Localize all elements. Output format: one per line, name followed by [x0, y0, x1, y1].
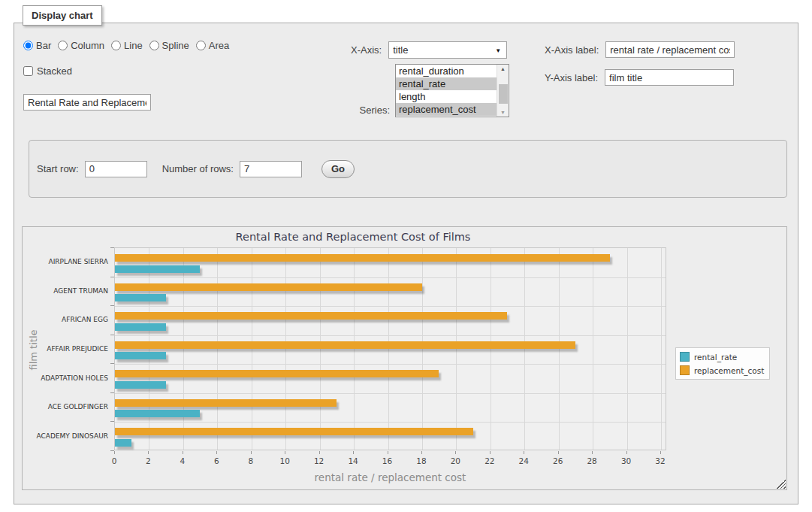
- start-row-label: Start row:: [37, 163, 79, 174]
- replacement_cost-bar[interactable]: [115, 399, 337, 407]
- chart-type-option-area[interactable]: Area: [196, 40, 229, 51]
- replacement_cost-bar[interactable]: [115, 370, 439, 377]
- chart-type-radio-label: Spline: [162, 40, 189, 51]
- x-tick-label: 18: [406, 456, 436, 465]
- replacement_cost-bar[interactable]: [115, 312, 507, 320]
- x-axis-select[interactable]: title ▼: [388, 41, 507, 59]
- x-tick-mark: [626, 451, 627, 454]
- x-tick-mark: [490, 451, 491, 454]
- gridline: [491, 248, 491, 450]
- y-tick-mark: [110, 450, 114, 451]
- gridline: [456, 248, 457, 450]
- x-tick-label: 30: [611, 456, 641, 465]
- go-button[interactable]: Go: [321, 160, 355, 178]
- rental_rate-bar[interactable]: [115, 294, 166, 301]
- y-tick-mark: [110, 305, 114, 306]
- gridline: [183, 248, 184, 450]
- rental_rate-bar[interactable]: [115, 381, 166, 389]
- y-category-label: ACADEMY DINOSAUR: [29, 432, 108, 440]
- replacement_cost-bar[interactable]: [115, 283, 422, 291]
- replacement_cost-bar[interactable]: [115, 428, 473, 435]
- x-tick-label: 10: [270, 456, 300, 465]
- stacked-label: Stacked: [37, 65, 72, 77]
- series-option-rental_duration[interactable]: rental_duration: [396, 65, 497, 77]
- x-tick-label: 0: [99, 456, 129, 465]
- legend-swatch-rental_rate: [680, 352, 690, 362]
- x-tick-label: 12: [304, 456, 334, 465]
- series-option-rental_rate[interactable]: rental_rate: [396, 77, 497, 90]
- gridline: [354, 248, 355, 450]
- gridline: [320, 248, 321, 450]
- chart-type-radio-column[interactable]: [58, 41, 68, 50]
- chart-type-radio-label: Area: [209, 40, 229, 51]
- scroll-up-icon[interactable]: ▲: [497, 66, 509, 71]
- y-axis-label-input[interactable]: [605, 69, 734, 86]
- rental_rate-bar[interactable]: [115, 352, 166, 359]
- y-category-label: ACE GOLDFINGER: [29, 403, 108, 411]
- gridline: [217, 248, 218, 450]
- gridline: [252, 248, 252, 450]
- replacement_cost-bar[interactable]: [115, 254, 610, 262]
- legend-swatch-replacement_cost: [680, 365, 690, 375]
- x-tick-mark: [216, 451, 217, 454]
- series-option-length[interactable]: length: [396, 90, 497, 103]
- x-tick-mark: [353, 451, 354, 454]
- chart-legend: rental_ratereplacement_cost: [675, 347, 770, 380]
- chart-type-radio-line[interactable]: [111, 41, 121, 50]
- x-tick-label: 26: [543, 456, 573, 465]
- panel-title: Display chart: [23, 5, 102, 26]
- plot-area: [114, 247, 666, 450]
- series-option-replacement_cost[interactable]: replacement_cost: [396, 103, 497, 116]
- x-tick-label: 24: [509, 456, 539, 465]
- x-tick-label: 4: [168, 456, 198, 465]
- resize-grip-icon[interactable]: [777, 480, 786, 489]
- x-axis-field: X-Axis: title ▼: [351, 41, 507, 59]
- rental_rate-bar[interactable]: [115, 265, 200, 273]
- x-tick-mark: [319, 451, 320, 454]
- chart-type-option-line[interactable]: Line: [111, 40, 143, 51]
- gridline: [627, 248, 628, 450]
- legend-label: replacement_cost: [694, 366, 764, 375]
- x-tick-label: 6: [201, 456, 231, 465]
- y-category-label: AFRICAN EGG: [29, 316, 108, 323]
- legend-item: rental_rate: [680, 352, 764, 362]
- x-tick-label: 22: [475, 456, 505, 465]
- stacked-option[interactable]: Stacked: [23, 65, 72, 77]
- chart-type-option-column[interactable]: Column: [58, 40, 104, 51]
- num-rows-input[interactable]: [240, 161, 302, 177]
- chart-type-radio-area[interactable]: [196, 41, 206, 50]
- x-tick-mark: [388, 451, 388, 454]
- gridline: [149, 248, 149, 450]
- series-listbox[interactable]: rental_durationrental_ratelengthreplacem…: [395, 64, 509, 117]
- display-chart-panel: Display chart BarColumnLineSplineArea St…: [14, 23, 798, 504]
- start-row-input[interactable]: [85, 161, 147, 177]
- x-tick-mark: [455, 451, 456, 454]
- x-tick-mark: [592, 451, 593, 454]
- y-category-label: AGENT TRUMAN: [29, 287, 108, 295]
- gridline: [524, 248, 525, 450]
- chart-type-option-spline[interactable]: Spline: [149, 40, 189, 51]
- chart-title-input[interactable]: [23, 94, 151, 111]
- rental_rate-bar[interactable]: [115, 323, 166, 331]
- gridline: [115, 422, 666, 423]
- x-tick-mark: [251, 451, 252, 454]
- row-range-form: Start row: Number of rows: Go: [29, 140, 787, 198]
- stacked-checkbox[interactable]: [23, 66, 33, 76]
- gridline: [115, 306, 666, 307]
- chart-type-radio-label: Line: [124, 40, 143, 51]
- chart-type-option-bar[interactable]: Bar: [23, 40, 51, 51]
- x-tick-label: 32: [645, 456, 675, 465]
- x-tick-mark: [421, 451, 422, 454]
- listbox-scrollbar[interactable]: ▲ ▼: [497, 65, 509, 117]
- chart-type-radio-bar[interactable]: [23, 41, 33, 50]
- gridline: [388, 248, 389, 450]
- y-axis-label-field: Y-Axis label:: [545, 69, 734, 86]
- scrollbar-thumb[interactable]: [499, 84, 508, 104]
- x-tick-mark: [660, 451, 661, 454]
- x-axis-label-input[interactable]: [605, 41, 735, 58]
- chart-type-radio-spline[interactable]: [149, 41, 159, 50]
- rental_rate-bar[interactable]: [115, 439, 131, 447]
- scroll-down-icon[interactable]: ▼: [497, 110, 509, 115]
- rental_rate-bar[interactable]: [115, 410, 200, 417]
- replacement_cost-bar[interactable]: [115, 341, 575, 349]
